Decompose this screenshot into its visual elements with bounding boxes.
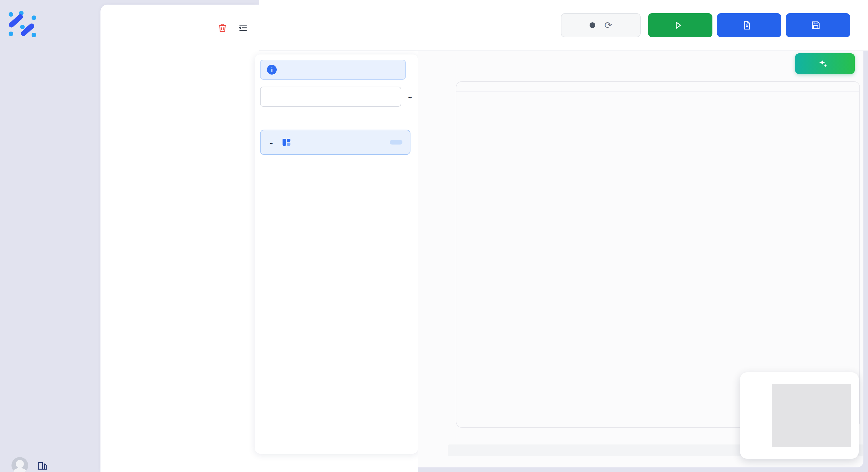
beautify-layout-button[interactable] — [795, 53, 855, 74]
brand-logo — [7, 7, 94, 41]
save-icon — [811, 20, 821, 30]
template-hint-banner: i — [260, 60, 406, 80]
refresh-icon[interactable]: ⟳ — [604, 20, 612, 31]
download-config-button[interactable] — [717, 13, 781, 37]
chevron-down-icon: ⌄ — [268, 139, 274, 145]
search-input[interactable] — [260, 87, 401, 107]
play-icon — [673, 20, 683, 30]
save-config-button[interactable] — [786, 13, 850, 37]
minimap-viewport — [772, 384, 851, 447]
download-file-icon — [742, 20, 752, 30]
minimap[interactable] — [740, 372, 859, 459]
start-simulation-button[interactable] — [648, 13, 712, 37]
template-panel: i ⌄ ⌄ — [259, 51, 418, 472]
simulation-status-pill[interactable]: ⟳ — [561, 13, 641, 37]
page-header: ⟳ — [259, 0, 868, 51]
sidebar-item-lab[interactable] — [37, 460, 53, 471]
flow-canvas[interactable] — [418, 51, 863, 467]
sparkles-icon — [818, 59, 828, 69]
workstation-group-title — [456, 82, 859, 92]
category-group-instruments[interactable]: ⌄ — [260, 130, 410, 155]
lab-building-icon — [37, 460, 48, 471]
layout-columns-icon — [281, 137, 291, 147]
group-count-badge — [390, 140, 402, 144]
chevron-down-icon[interactable]: ⌄ — [406, 93, 414, 100]
bohrium-logo-icon — [7, 10, 37, 38]
collapse-list-icon[interactable] — [238, 22, 249, 33]
info-icon: i — [267, 65, 277, 74]
delete-icon[interactable] — [217, 22, 228, 33]
materials-panel — [100, 5, 259, 472]
status-dot-icon — [590, 22, 595, 28]
avatar[interactable] — [11, 457, 28, 472]
sidebar — [0, 0, 100, 472]
